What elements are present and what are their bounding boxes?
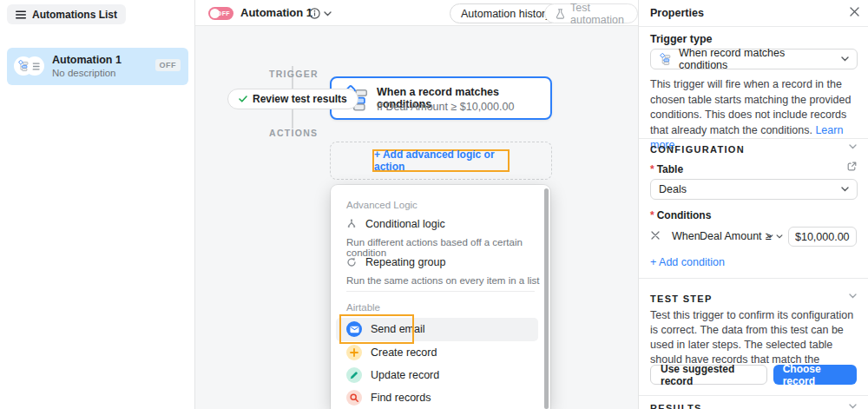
flask-icon — [556, 9, 565, 19]
trigger-flow-icon — [659, 53, 672, 66]
branch-icon — [346, 219, 357, 229]
configuration-header: CONFIGURATION — [650, 144, 745, 155]
review-test-results-button[interactable]: Review test results — [227, 89, 358, 109]
test-automation-button[interactable]: Test automation — [544, 3, 638, 23]
review-test-results-label: Review test results — [253, 93, 347, 105]
conditions-label-text: Conditions — [657, 209, 712, 221]
send-email-highlight-box — [339, 314, 414, 344]
trigger-zone-label: TRIGGER — [269, 69, 319, 79]
menu-item-label: Create record — [371, 346, 437, 359]
menu-item-label: Repeating group — [365, 256, 445, 268]
menu-divider — [346, 291, 535, 292]
results-header: RESULTS — [650, 403, 702, 409]
automations-list-label: Automations List — [32, 9, 117, 21]
panel-divider — [639, 278, 868, 279]
sidebar-item-subtitle: No description — [52, 68, 116, 78]
chevron-down-icon — [841, 56, 849, 62]
menu-item-description: Run different actions based off a certai… — [346, 237, 550, 258]
menu-scrollbar — [543, 188, 549, 409]
scrollbar-thumb[interactable] — [544, 188, 549, 409]
required-marker: * — [650, 163, 654, 175]
automation-enabled-toggle[interactable]: OFF — [208, 7, 233, 20]
menu-section-header: Airtable — [346, 302, 380, 313]
table-label: *Table — [650, 163, 683, 175]
condition-operator-value: ≥ — [766, 230, 772, 242]
pencil-icon — [346, 367, 362, 383]
chevron-up-icon[interactable] — [849, 404, 857, 409]
add-condition-button[interactable]: + Add condition — [650, 256, 725, 268]
panel-divider — [639, 395, 868, 396]
required-marker: * — [650, 209, 654, 221]
menu-item-label: Find records — [371, 392, 431, 404]
use-suggested-record-button[interactable]: Use suggested record — [650, 365, 767, 385]
trigger-flow-icon — [14, 56, 33, 76]
chevron-down-icon — [841, 187, 849, 192]
conditions-label: *Conditions — [650, 209, 711, 221]
chevron-down-icon[interactable] — [324, 11, 332, 16]
check-icon — [239, 96, 247, 102]
automation-editor: Automations List Automation 1 No descrip… — [0, 0, 868, 409]
trigger-type-value: When record matches conditions — [679, 47, 834, 71]
condition-when-label: When — [672, 230, 700, 242]
close-icon[interactable] — [850, 7, 859, 16]
canvas-topbar: OFF Automation 1 Automation history Test… — [195, 0, 638, 26]
status-badge: OFF — [155, 59, 181, 71]
menu-item-label: Update record — [371, 369, 439, 381]
properties-panel: Properties Trigger type When record matc… — [638, 0, 868, 409]
properties-title: Properties — [650, 7, 704, 19]
sidebar-item-title: Automation 1 — [52, 54, 122, 66]
test-step-header: TEST STEP — [650, 294, 713, 304]
sidebar-item-automation-1[interactable]: Automation 1 No description OFF — [7, 48, 188, 85]
trigger-card[interactable]: When a record matches conditions If Deal… — [330, 76, 552, 120]
chevron-up-icon[interactable] — [849, 294, 857, 299]
trigger-type-label: Trigger type — [650, 33, 713, 45]
menu-item-repeating-group[interactable]: Repeating group — [346, 256, 445, 268]
menu-item-find-records[interactable]: Find records — [346, 390, 431, 406]
panel-divider — [639, 138, 868, 139]
menu-item-label: Conditional logic — [365, 218, 445, 230]
automation-history-label: Automation history — [461, 8, 551, 20]
menu-section-header: Advanced Logic — [346, 200, 418, 210]
external-link-icon[interactable] — [847, 162, 857, 171]
automation-canvas: OFF Automation 1 Automation history Test… — [195, 0, 638, 409]
hamburger-icon — [16, 10, 26, 19]
table-select-value: Deals — [659, 183, 834, 195]
choose-record-button[interactable]: Choose record — [773, 365, 857, 385]
toggle-state-label: OFF — [217, 10, 230, 16]
condition-operator-select[interactable]: ≥ — [766, 230, 783, 242]
menu-item-conditional-logic[interactable]: Conditional logic — [346, 218, 445, 230]
test-step-buttons: Use suggested record Choose record — [650, 365, 857, 385]
menu-item-create-record[interactable]: Create record — [346, 345, 437, 360]
menu-item-update-record[interactable]: Update record — [346, 367, 439, 383]
condition-value-input[interactable] — [788, 227, 857, 247]
trigger-type-select[interactable]: When record matches conditions — [650, 49, 858, 69]
search-icon — [346, 390, 362, 406]
automations-sidebar: Automations List Automation 1 No descrip… — [0, 0, 195, 409]
actions-zone-label: ACTIONS — [269, 128, 318, 138]
automation-title: Automation 1 — [240, 6, 312, 19]
automations-list-button[interactable]: Automations List — [7, 4, 126, 24]
action-picker-menu: Advanced Logic Conditional logic Run dif… — [331, 185, 550, 409]
condition-field-value: Deal Amount — [700, 230, 762, 242]
repeat-icon — [346, 257, 357, 267]
panel-divider — [639, 26, 868, 27]
trigger-card-subtitle: If Deal Amount ≥ $10,000.00 — [377, 101, 514, 113]
condition-row: When Deal Amount ≥ — [650, 227, 858, 247]
test-automation-label: Test automation — [570, 2, 627, 26]
add-advanced-logic-button[interactable]: + Add advanced logic or action — [372, 149, 510, 172]
plus-icon — [346, 345, 362, 360]
info-icon[interactable] — [309, 8, 320, 19]
remove-condition-icon[interactable] — [651, 231, 660, 240]
condition-field-select[interactable]: Deal Amount — [700, 230, 773, 242]
table-select[interactable]: Deals — [650, 179, 858, 200]
table-label-text: Table — [657, 163, 683, 175]
chevron-up-icon[interactable] — [849, 144, 857, 149]
trigger-description: This trigger will fire when a record in … — [650, 77, 858, 154]
menu-item-description: Run the same actions on every item in a … — [346, 275, 539, 286]
